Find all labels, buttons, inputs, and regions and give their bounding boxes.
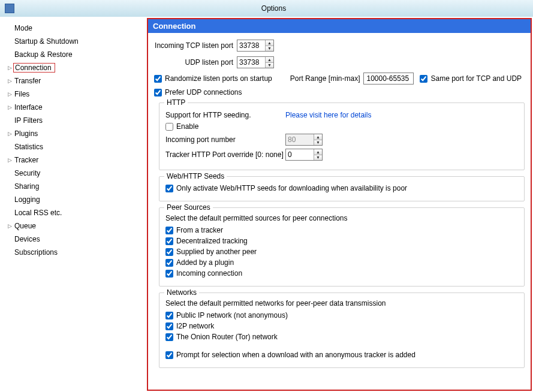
networks-group: Networks Select the default permitted ne… bbox=[159, 293, 525, 368]
http-override-spinner[interactable]: ▲ ▼ bbox=[285, 149, 323, 161]
peer-incoming-checkbox[interactable] bbox=[165, 270, 173, 278]
tree-expander-icon[interactable]: ▷ bbox=[6, 224, 13, 229]
tcp-port-spinner[interactable]: ▲ ▼ bbox=[237, 40, 274, 52]
sidebar-item-label: Mode bbox=[13, 24, 34, 32]
body: ▷Mode▷Startup & Shutdown▷Backup & Restor… bbox=[0, 17, 533, 392]
net-public-checkbox[interactable] bbox=[165, 312, 173, 319]
udp-port-up[interactable]: ▲ bbox=[266, 57, 273, 62]
peer-sources-legend: Peer Sources bbox=[164, 203, 213, 212]
sidebar-item-queue[interactable]: ▷Queue bbox=[6, 221, 144, 231]
connection-panel: Connection Incoming TCP listen port ▲ ▼ … bbox=[147, 18, 532, 391]
tree-expander-icon[interactable]: ▷ bbox=[6, 105, 13, 110]
window-title: Options bbox=[14, 4, 533, 13]
tree-expander-spacer: ▷ bbox=[6, 171, 13, 176]
sidebar-item-logging[interactable]: ▷Logging bbox=[6, 194, 144, 205]
http-incoming-port-up[interactable]: ▲ bbox=[314, 134, 322, 140]
http-enable-checkbox[interactable] bbox=[165, 123, 173, 131]
peer-from-tracker-checkbox[interactable] bbox=[165, 227, 173, 234]
net-public-label: Public IP network (not anonymous) bbox=[176, 311, 288, 319]
sidebar-item-local-rss-etc[interactable]: ▷Local RSS etc. bbox=[6, 207, 144, 218]
app-icon bbox=[5, 4, 14, 13]
port-range-input[interactable] bbox=[363, 73, 414, 85]
peer-plugin-checkbox[interactable] bbox=[165, 259, 173, 267]
peer-incoming-label: Incoming connection bbox=[176, 269, 242, 278]
sidebar-item-plugins[interactable]: ▷Plugins bbox=[6, 128, 144, 139]
sidebar-item-backup-restore[interactable]: ▷Backup & Restore bbox=[6, 49, 144, 60]
http-incoming-port-spinner[interactable]: ▲ ▼ bbox=[285, 134, 323, 146]
prefer-udp-checkbox[interactable] bbox=[154, 89, 162, 97]
http-support-text: Support for HTTP seeding. bbox=[165, 111, 285, 119]
same-port-label: Same port for TCP and UDP bbox=[430, 74, 522, 83]
tcp-port-up[interactable]: ▲ bbox=[266, 40, 273, 46]
http-legend: HTTP bbox=[164, 98, 188, 107]
web-seeds-group: Web/HTTP Seeds Only activate Web/HTTP se… bbox=[159, 176, 525, 201]
peer-supplied-checkbox[interactable] bbox=[165, 248, 173, 256]
sidebar-item-mode[interactable]: ▷Mode bbox=[6, 23, 144, 34]
sidebar-item-label: Statistics bbox=[13, 143, 44, 151]
window-titlebar: Options bbox=[0, 0, 533, 17]
tree-expander-icon[interactable]: ▷ bbox=[6, 92, 13, 97]
net-i2p-checkbox[interactable] bbox=[165, 322, 173, 330]
udp-port-down[interactable]: ▼ bbox=[266, 62, 273, 68]
prefer-udp-label: Prefer UDP connections bbox=[165, 88, 242, 97]
sidebar-item-label: Subscriptions bbox=[13, 248, 59, 257]
same-port-checkbox[interactable] bbox=[420, 75, 427, 83]
tree-expander-icon[interactable]: ▷ bbox=[6, 158, 13, 163]
sidebar-item-interface[interactable]: ▷Interface bbox=[6, 102, 144, 113]
tree-expander-spacer: ▷ bbox=[6, 26, 13, 31]
sidebar-item-ip-filters[interactable]: ▷IP Filters bbox=[6, 115, 144, 126]
peer-sources-desc: Select the default permitted sources for… bbox=[165, 214, 518, 222]
net-tor-checkbox[interactable] bbox=[165, 333, 173, 341]
sidebar-item-label: Tracker bbox=[13, 156, 40, 164]
web-seeds-legend: Web/HTTP Seeds bbox=[164, 172, 227, 180]
randomize-ports-checkbox[interactable] bbox=[154, 75, 162, 83]
net-prompt-checkbox[interactable] bbox=[165, 351, 173, 359]
sidebar-item-label: Connection bbox=[13, 63, 55, 73]
tcp-port-down[interactable]: ▼ bbox=[266, 46, 273, 52]
panel-title: Connection bbox=[148, 19, 531, 33]
sidebar-item-label: Logging bbox=[13, 195, 41, 204]
options-tree: ▷Mode▷Startup & Shutdown▷Backup & Restor… bbox=[0, 17, 147, 392]
udp-port-label: UDP listen port bbox=[154, 58, 237, 67]
http-details-link[interactable]: Please visit here for details bbox=[285, 111, 371, 119]
web-seeds-only-activate-checkbox[interactable] bbox=[165, 185, 173, 192]
sidebar-item-label: Interface bbox=[13, 103, 44, 111]
tcp-port-input[interactable] bbox=[237, 40, 265, 51]
peer-decentralized-label: Decentralized tracking bbox=[176, 237, 248, 245]
peer-supplied-label: Supplied by another peer bbox=[176, 248, 257, 256]
sidebar-item-security[interactable]: ▷Security bbox=[6, 168, 144, 179]
sidebar-item-label: Sharing bbox=[13, 182, 40, 191]
randomize-ports-label: Randomize listen ports on startup bbox=[165, 74, 272, 83]
tree-expander-icon[interactable]: ▷ bbox=[6, 131, 13, 137]
sidebar-item-label: Files bbox=[13, 90, 31, 98]
sidebar-item-sharing[interactable]: ▷Sharing bbox=[6, 181, 144, 192]
tree-expander-spacer: ▷ bbox=[6, 197, 13, 203]
sidebar-item-label: Local RSS etc. bbox=[13, 209, 63, 217]
sidebar-item-statistics[interactable]: ▷Statistics bbox=[6, 141, 144, 152]
sidebar-item-subscriptions[interactable]: ▷Subscriptions bbox=[6, 247, 144, 258]
sidebar-item-devices[interactable]: ▷Devices bbox=[6, 234, 144, 245]
http-override-up[interactable]: ▲ bbox=[314, 149, 322, 155]
tree-expander-icon[interactable]: ▷ bbox=[6, 65, 13, 71]
sidebar-item-label: Startup & Shutdown bbox=[13, 37, 80, 46]
tree-expander-spacer: ▷ bbox=[6, 237, 13, 242]
sidebar-item-label: Devices bbox=[13, 235, 41, 243]
peer-plugin-label: Added by a plugin bbox=[176, 258, 234, 267]
sidebar-item-files[interactable]: ▷Files bbox=[6, 89, 144, 99]
sidebar-item-tracker[interactable]: ▷Tracker bbox=[6, 155, 144, 165]
sidebar-item-startup-shutdown[interactable]: ▷Startup & Shutdown bbox=[6, 36, 144, 47]
sidebar-item-transfer[interactable]: ▷Transfer bbox=[6, 76, 144, 86]
udp-port-spinner[interactable]: ▲ ▼ bbox=[237, 56, 274, 68]
tree-expander-spacer: ▷ bbox=[6, 39, 13, 44]
http-override-down[interactable]: ▼ bbox=[314, 155, 322, 161]
http-override-input[interactable] bbox=[286, 149, 314, 160]
net-i2p-label: I2P network bbox=[176, 322, 214, 330]
sidebar-item-connection[interactable]: ▷Connection bbox=[6, 62, 144, 73]
http-incoming-port-down[interactable]: ▼ bbox=[314, 140, 322, 146]
sidebar-item-label: Security bbox=[13, 169, 41, 177]
tree-expander-icon[interactable]: ▷ bbox=[6, 79, 13, 84]
tree-expander-spacer: ▷ bbox=[6, 144, 13, 150]
peer-decentralized-checkbox[interactable] bbox=[165, 237, 173, 245]
http-incoming-port-input[interactable] bbox=[286, 134, 314, 145]
udp-port-input[interactable] bbox=[237, 57, 265, 68]
